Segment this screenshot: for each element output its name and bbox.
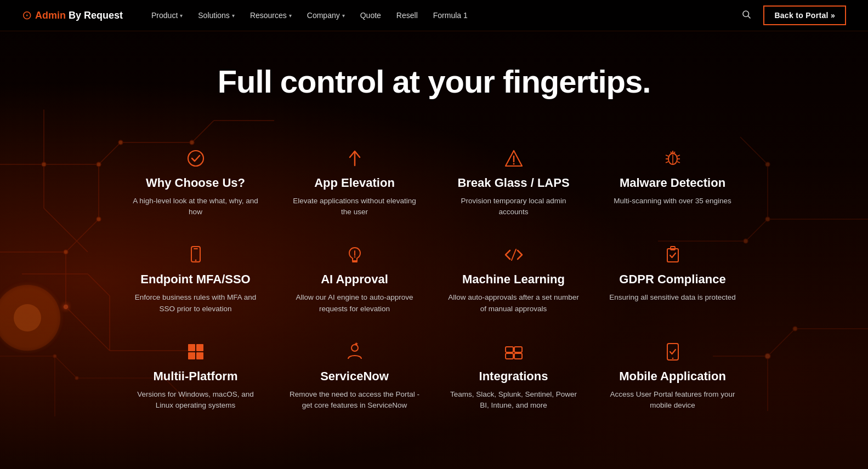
- svg-line-63: [677, 162, 680, 163]
- feature-title: Malware Detection: [620, 176, 725, 190]
- svg-rect-82: [506, 353, 513, 359]
- nav-item-product[interactable]: Product ▾: [145, 7, 189, 24]
- feature-title: Multii-Platform: [154, 369, 238, 384]
- svg-point-78: [351, 345, 358, 351]
- feature-desc: Enforce business rules with MFA and SSO …: [129, 292, 262, 314]
- svg-point-85: [672, 357, 673, 359]
- svg-point-70: [354, 256, 355, 258]
- svg-rect-84: [667, 344, 678, 360]
- integrations-icon: [504, 342, 523, 362]
- navbar: ⊙ Admin By Request Product ▾ Solutions ▾…: [0, 0, 868, 31]
- feature-desc: Multi-scanning with over 35 engines: [614, 196, 731, 207]
- svg-line-71: [512, 249, 516, 260]
- feature-machine-learning[interactable]: Machine Learning Allow auto-approvals af…: [434, 228, 593, 325]
- feature-desc: Remove the need to access the Portal - g…: [288, 389, 421, 411]
- feature-ai-approval[interactable]: AI Approval Allow our AI engine to auto-…: [275, 228, 434, 325]
- chevron-down-icon: ▾: [232, 13, 235, 19]
- feature-desc: Access User Portal features from your mo…: [606, 389, 739, 411]
- svg-point-67: [195, 260, 196, 261]
- chevron-down-icon: ▾: [342, 13, 345, 19]
- nav-item-solutions[interactable]: Solutions ▾: [191, 7, 241, 24]
- chevron-down-icon: ▾: [289, 13, 292, 19]
- clipboard-check-icon: [665, 245, 680, 265]
- feature-title: GDPR Compliance: [619, 272, 725, 287]
- chevron-down-icon: ▾: [180, 13, 183, 19]
- features-grid: Why Choose Us? A high-level look at the …: [50, 121, 818, 444]
- svg-point-49: [188, 151, 203, 166]
- feature-integrations[interactable]: Integrations Teams, Slack, Splunk, Senti…: [434, 325, 593, 422]
- nav-right: Back to Portal »: [738, 5, 846, 25]
- feature-title: Integrations: [479, 369, 548, 384]
- svg-rect-81: [514, 347, 522, 352]
- bug-icon: [665, 148, 681, 168]
- nav-item-company[interactable]: Company ▾: [300, 7, 351, 24]
- logo-icon: ⊙: [22, 8, 32, 22]
- feature-app-elevation[interactable]: App Elevation Elevate applications witho…: [275, 132, 434, 229]
- nav-links: Product ▾ Solutions ▾ Resources ▾ Compan…: [145, 7, 738, 24]
- feature-desc: Allow auto-approvals after a set number …: [447, 292, 580, 314]
- feature-title: ServiceNow: [320, 369, 389, 384]
- feature-title: App Elevation: [314, 176, 395, 190]
- feature-multiplatform[interactable]: Multii-Platform Versions for Windows, ma…: [116, 325, 275, 422]
- nav-item-resell[interactable]: Resell: [390, 7, 424, 24]
- back-to-portal-button[interactable]: Back to Portal »: [763, 5, 846, 25]
- feature-title: Break Glass / LAPS: [457, 176, 569, 190]
- svg-point-47: [743, 11, 749, 17]
- svg-line-59: [677, 155, 680, 156]
- feature-mobile-app[interactable]: Mobile Application Access User Portal fe…: [593, 325, 752, 422]
- svg-rect-75: [196, 344, 203, 351]
- nav-item-quote[interactable]: Quote: [354, 7, 388, 24]
- feature-title: AI Approval: [321, 272, 388, 287]
- feature-title: Mobile Application: [619, 369, 726, 384]
- nav-item-formula1[interactable]: Formula 1: [427, 7, 474, 24]
- warning-triangle-icon: [504, 148, 523, 168]
- hero-section: Full control at your fingertips.: [0, 31, 868, 121]
- hero-headline: Full control at your fingertips.: [11, 64, 857, 99]
- feature-desc: Ensuring all sensitive data is protected: [609, 292, 735, 303]
- feature-gdpr-compliance[interactable]: GDPR Compliance Ensuring all sensitive d…: [593, 228, 752, 325]
- checkmark-circle-icon: [186, 148, 205, 168]
- feature-title: Endpoint MFA/SSO: [140, 272, 250, 287]
- windows-icon: [187, 342, 205, 362]
- svg-line-48: [748, 16, 751, 18]
- svg-rect-72: [667, 249, 678, 262]
- feature-desc: Elevate applications without elevating t…: [288, 196, 421, 218]
- feature-why-choose-us[interactable]: Why Choose Us? A high-level look at the …: [116, 132, 275, 229]
- mobile-check-icon: [666, 342, 679, 362]
- feature-servicenow[interactable]: ServiceNow Remove the need to access the…: [275, 325, 434, 422]
- search-button[interactable]: [738, 6, 754, 25]
- svg-line-62: [666, 162, 668, 163]
- svg-rect-74: [188, 344, 195, 351]
- mobile-icon: [190, 245, 202, 265]
- feature-desc: Provision temporary local admin accounts: [447, 196, 580, 218]
- svg-rect-76: [188, 352, 195, 359]
- svg-point-53: [513, 163, 514, 164]
- feature-desc: A high-level look at the what, why, and …: [129, 196, 262, 218]
- logo[interactable]: ⊙ Admin By Request: [22, 8, 123, 22]
- arrow-up-icon: [347, 148, 362, 168]
- feature-break-glass[interactable]: Break Glass / LAPS Provision temporary l…: [434, 132, 593, 229]
- svg-rect-77: [196, 352, 203, 359]
- person-star-icon: [346, 342, 364, 362]
- feature-malware-detection[interactable]: Malware Detection Multi-scanning with ov…: [593, 132, 752, 229]
- svg-rect-83: [514, 353, 522, 359]
- feature-desc: Allow our AI engine to auto-approve requ…: [288, 292, 421, 314]
- feature-endpoint-mfa[interactable]: Endpoint MFA/SSO Enforce business rules …: [116, 228, 275, 325]
- code-icon: [504, 245, 524, 265]
- feature-desc: Versions for Windows, macOS, and Linux o…: [129, 389, 262, 411]
- logo-text: Admin By Request: [35, 10, 123, 21]
- svg-rect-80: [506, 347, 513, 352]
- lightbulb-icon: [347, 245, 362, 265]
- svg-line-58: [666, 155, 668, 156]
- feature-title: Machine Learning: [462, 272, 565, 287]
- feature-title: Why Choose Us?: [146, 176, 245, 190]
- feature-desc: Teams, Slack, Splunk, Sentinel, Power BI…: [447, 389, 580, 411]
- nav-item-resources[interactable]: Resources ▾: [243, 7, 298, 24]
